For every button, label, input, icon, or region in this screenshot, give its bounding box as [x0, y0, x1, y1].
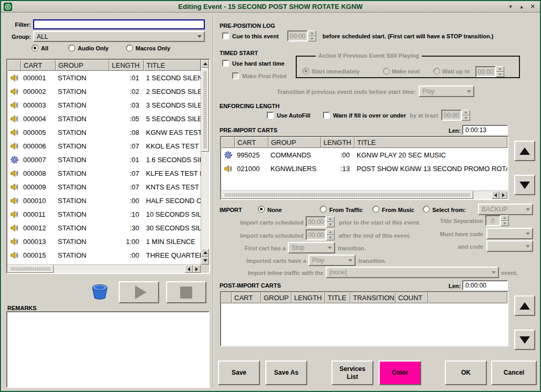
transition-select[interactable]: Play [419, 86, 474, 97]
radio-start-immediately[interactable] [303, 68, 309, 75]
column-header-count[interactable]: COUNT [396, 292, 428, 303]
must-have-code-select[interactable] [486, 228, 533, 239]
column-header-blank[interactable] [428, 292, 507, 303]
sched-after-spinner[interactable]: 00:00 [306, 229, 335, 240]
scroll-thumb[interactable] [7, 265, 54, 273]
scroll-trough[interactable] [201, 68, 209, 249]
column-header-blank[interactable] [221, 137, 235, 148]
column-header-length[interactable]: LENGTH [292, 292, 325, 303]
column-header-group[interactable]: GROUP [261, 292, 292, 303]
maximize-button[interactable]: ▴ [517, 3, 526, 11]
spin-down-icon[interactable] [326, 222, 335, 228]
hard-start-checkbox[interactable] [222, 60, 229, 67]
minimize-button[interactable]: ▾ [506, 3, 515, 11]
spin-up-icon[interactable] [308, 30, 316, 36]
pre-import-table[interactable]: CARTGROUPLENGTHTITLE 995025COMMANDS:00KG… [220, 136, 508, 200]
close-button[interactable]: ✕ [528, 3, 537, 11]
services-list-button[interactable]: Services List [331, 361, 373, 385]
scroll-thumb[interactable] [201, 68, 209, 152]
select-from-select[interactable]: BACKUP [478, 204, 533, 215]
column-header-group[interactable]: GROUP [56, 60, 109, 71]
radio-macros-only[interactable] [126, 45, 133, 51]
table-row[interactable]: 000003STATION:033 SECONDS SILENCE [7, 98, 201, 112]
table-row[interactable]: 000013STATION1:001 MIN SILENCE [7, 235, 201, 248]
table-row[interactable]: 000015STATION:00THREE QUARTER [7, 248, 201, 262]
library-table-body[interactable]: 000001STATION:011 SECOND SILENCE000002ST… [7, 71, 201, 264]
remarks-textarea[interactable] [6, 311, 210, 388]
radio-import-traffic[interactable] [320, 206, 327, 213]
inline-traffic-select[interactable]: [none] [326, 267, 499, 278]
table-row[interactable]: 000001STATION:011 SECOND SILENCE [7, 71, 201, 84]
spin-up-icon[interactable] [501, 215, 509, 221]
table-row[interactable]: 000005STATION:08KGNW EAS TEST [7, 125, 201, 139]
scroll-trough[interactable] [221, 191, 492, 199]
post-import-move-up-button[interactable] [514, 295, 535, 316]
pre-import-horizontal-scrollbar[interactable] [221, 190, 507, 199]
ok-button[interactable]: OK [445, 361, 487, 385]
first-cart-transition-select[interactable]: Stop [288, 242, 335, 253]
titlebar[interactable]: Editing Event - 15 SECOND POST SHOW ROTA… [1, 1, 540, 13]
table-row[interactable]: 000006STATION:07KKOL EAS TEST IN [7, 139, 201, 153]
post-import-table-body[interactable] [221, 303, 507, 345]
spin-up-icon[interactable] [326, 216, 335, 222]
column-header-title[interactable]: TITLE [355, 137, 507, 148]
save-button[interactable]: Save [218, 361, 260, 385]
radio-wait-up-to[interactable] [433, 68, 440, 75]
radio-import-none[interactable] [258, 206, 265, 213]
sched-prior-spinner[interactable]: 00:00 [306, 216, 335, 227]
column-header-title[interactable]: TITLE [144, 60, 201, 71]
cart-bin-icon[interactable] [89, 282, 110, 301]
radio-import-select-from[interactable] [423, 206, 430, 213]
title-separation-spinner[interactable]: 0 [485, 215, 509, 226]
column-header-length[interactable]: LENGTH [109, 60, 144, 71]
wait-time-spinner[interactable]: 00:00 [475, 66, 504, 77]
spin-down-icon[interactable] [501, 221, 509, 227]
table-row[interactable]: 000009STATION:07KNTS EAS TEST IN [7, 180, 201, 194]
pre-import-table-body[interactable]: 995025COMMANDS:00KGNW PLAY 20 SEC MUSIC0… [221, 148, 507, 190]
column-header-cart[interactable]: CART [235, 137, 268, 148]
pre-import-move-down-button[interactable] [514, 175, 535, 195]
color-button[interactable]: Color [379, 361, 421, 385]
radio-all[interactable] [32, 45, 38, 51]
table-row[interactable]: 000007STATION:011.6 SECONDS SILENCE [7, 153, 201, 166]
pre-import-move-up-button[interactable] [514, 141, 535, 161]
column-header-title[interactable]: TITLE [325, 292, 350, 303]
warn-fill-checkbox[interactable] [323, 112, 330, 119]
column-header-cart[interactable]: CART [232, 292, 261, 303]
scroll-right-icon[interactable] [193, 265, 201, 273]
scroll-down-icon[interactable] [201, 257, 209, 264]
spin-down-icon[interactable] [326, 235, 335, 241]
column-header-group[interactable]: GROUP [268, 137, 321, 148]
table-row[interactable]: 000010STATION:00HALF SECOND OF [7, 194, 201, 207]
library-horizontal-scrollbar[interactable] [7, 264, 201, 273]
scroll-trough[interactable] [7, 265, 185, 273]
post-import-move-down-button[interactable] [514, 330, 535, 350]
scroll-up-icon-bottom[interactable] [201, 249, 209, 257]
cue-checkbox[interactable] [222, 33, 229, 39]
column-header-transition[interactable]: TRANSITION [350, 292, 396, 303]
stop-button[interactable] [166, 281, 206, 303]
radio-make-next[interactable] [383, 68, 390, 75]
cart-library-table[interactable]: CARTGROUPLENGTHTITLE 000001STATION:011 S… [6, 59, 210, 274]
filter-input[interactable] [33, 19, 205, 29]
spin-up-icon[interactable] [462, 110, 470, 115]
column-header-length[interactable]: LENGTH [321, 137, 355, 148]
spin-up-icon[interactable] [326, 229, 335, 235]
table-row[interactable]: 000002STATION:022 SECONDS SILENCE [7, 84, 201, 98]
table-row[interactable]: 021000KGNWLINERS:13POST SHOW KGNW 13 SEC… [221, 162, 507, 175]
scroll-left-icon[interactable] [185, 265, 193, 273]
scroll-left-icon[interactable] [492, 191, 500, 199]
radio-audio-only[interactable] [68, 45, 75, 51]
library-vertical-scrollbar[interactable] [201, 60, 209, 264]
imported-carts-transition-select[interactable]: Play [308, 255, 356, 266]
table-row[interactable]: 000012STATION:3030 SECONDS SILENCE [7, 221, 201, 235]
scroll-up-icon[interactable] [201, 60, 209, 68]
cue-time-spinner[interactable]: 00:00 [287, 30, 316, 41]
autofill-checkbox[interactable] [267, 112, 274, 119]
post-import-table[interactable]: CARTGROUPLENGTHTITLETRANSITIONCOUNT [220, 291, 508, 346]
fill-warn-spinner[interactable]: 00:00 [441, 110, 470, 121]
spin-down-icon[interactable] [308, 36, 316, 42]
cancel-button[interactable]: Cancel [491, 361, 537, 385]
table-row[interactable]: 000011STATION:1010 SECONDS SILENCE [7, 207, 201, 221]
scroll-thumb[interactable] [221, 191, 473, 199]
